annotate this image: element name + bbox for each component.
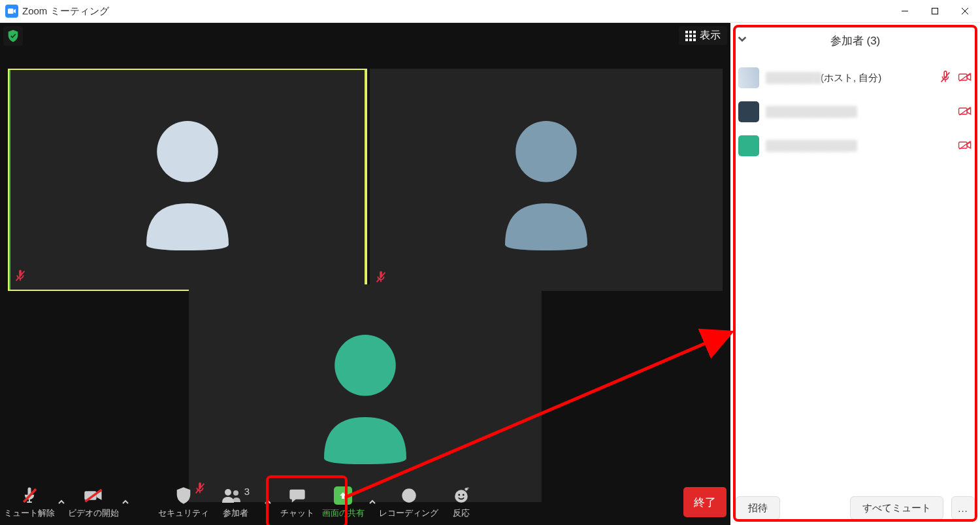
video-off-icon xyxy=(958,104,972,120)
participants-panel: 参加者 (3) ████████ (ホスト, 自分) ████████████ xyxy=(730,23,980,525)
muted-mic-icon xyxy=(13,269,27,286)
svg-text:+: + xyxy=(466,487,470,492)
audio-options-caret[interactable] xyxy=(55,483,68,522)
panel-footer: 招待 すべてミュート ... xyxy=(736,496,975,520)
window-title: Zoom ミーティング xyxy=(22,5,109,18)
share-up-arrow-icon xyxy=(334,486,352,505)
muted-mic-icon xyxy=(938,70,953,86)
participant-name: ████████ xyxy=(766,72,811,84)
start-video-label: ビデオの開始 xyxy=(68,507,119,519)
video-off-icon xyxy=(958,138,972,154)
participant-name: ████████████ xyxy=(766,140,857,152)
reactions-label: 反応 xyxy=(453,507,470,519)
meeting-area: 表示 xyxy=(0,23,730,525)
svg-rect-22 xyxy=(959,74,968,80)
video-options-caret[interactable] xyxy=(119,483,132,522)
participant-avatar xyxy=(738,101,759,122)
window-minimize-button[interactable] xyxy=(890,0,920,22)
participants-label: 参加者 xyxy=(223,507,248,519)
avatar-icon xyxy=(487,108,605,252)
share-label: 画面の共有 xyxy=(322,507,365,519)
participants-options-caret[interactable] xyxy=(261,483,274,522)
participant-row[interactable]: ████████ (ホスト, 自分) xyxy=(730,61,980,95)
invite-button[interactable]: 招待 xyxy=(736,496,780,520)
encryption-shield-icon[interactable] xyxy=(3,26,23,46)
panel-title: 参加者 (3) xyxy=(830,33,881,48)
participant-row[interactable]: ████████████ xyxy=(730,129,980,163)
avatar-icon xyxy=(129,108,246,252)
grid-icon xyxy=(685,31,696,41)
mute-all-button[interactable]: すべてミュート xyxy=(850,496,943,520)
video-tile-3[interactable] xyxy=(189,284,542,502)
svg-point-15 xyxy=(458,494,460,496)
window-titlebar: Zoom ミーティング xyxy=(0,0,980,23)
video-tile-2[interactable] xyxy=(370,69,723,291)
record-button[interactable]: レコーディング xyxy=(379,483,438,522)
window-maximize-button[interactable] xyxy=(920,0,950,22)
security-label: セキュリティ xyxy=(158,507,209,519)
participant-avatar xyxy=(738,135,759,156)
chat-button[interactable]: チャット xyxy=(274,483,320,522)
record-label: レコーディング xyxy=(379,507,438,519)
svg-rect-1 xyxy=(932,8,938,14)
svg-point-10 xyxy=(225,489,231,496)
video-tile-1[interactable] xyxy=(8,69,367,291)
participant-avatar xyxy=(738,67,759,88)
panel-header: 参加者 (3) xyxy=(730,23,980,58)
video-off-icon xyxy=(958,70,972,86)
participant-list: ████████ (ホスト, 自分) ████████████ xyxy=(730,58,980,165)
avatar-icon xyxy=(306,322,424,466)
security-button[interactable]: セキュリティ xyxy=(158,483,209,522)
unmute-label: ミュート解除 xyxy=(4,507,55,519)
svg-rect-26 xyxy=(959,142,968,148)
window-close-button[interactable] xyxy=(950,0,980,22)
zoom-app-icon xyxy=(5,5,18,18)
participants-button[interactable]: 3 参加者 xyxy=(209,483,261,522)
share-options-caret[interactable] xyxy=(366,483,379,522)
svg-point-11 xyxy=(233,490,238,496)
view-label: 表示 xyxy=(700,29,721,42)
participant-name: ████████████ xyxy=(766,106,857,118)
panel-more-button[interactable]: ... xyxy=(951,496,975,520)
chat-label: チャット xyxy=(280,507,314,519)
participant-row[interactable]: ████████████ xyxy=(730,95,980,129)
panel-collapse-caret[interactable] xyxy=(737,34,747,48)
svg-point-13 xyxy=(406,492,412,498)
reactions-button[interactable]: + 反応 xyxy=(438,483,484,522)
start-video-button[interactable]: ビデオの開始 xyxy=(68,483,119,522)
participants-count: 3 xyxy=(244,486,250,497)
share-screen-button[interactable]: 画面の共有 xyxy=(320,483,366,522)
unmute-button[interactable]: ミュート解除 xyxy=(4,483,55,522)
view-button[interactable]: 表示 xyxy=(679,26,727,45)
svg-rect-24 xyxy=(959,108,968,114)
svg-point-16 xyxy=(463,494,465,496)
participant-role: (ホスト, 自分) xyxy=(821,72,881,84)
